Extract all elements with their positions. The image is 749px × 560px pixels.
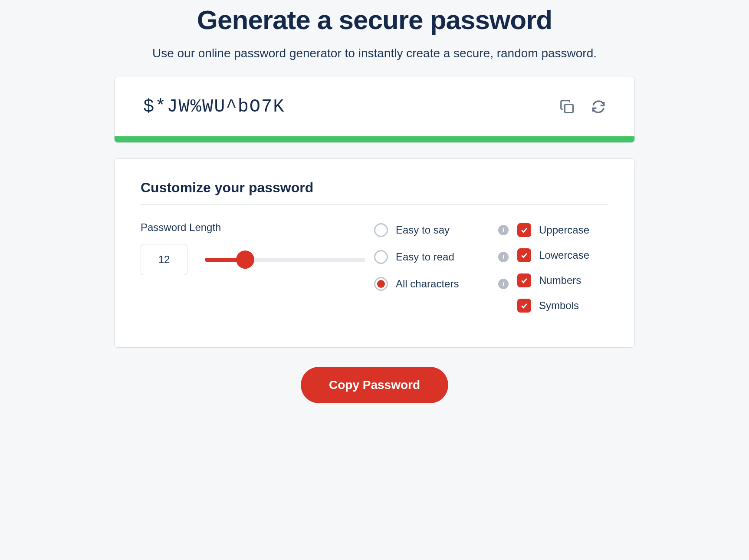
regenerate-button[interactable] <box>588 97 608 117</box>
info-icon[interactable]: i <box>498 252 509 262</box>
option-label: All characters <box>396 278 459 290</box>
radio-icon[interactable] <box>374 277 388 291</box>
mode-options: Easy to say i Easy to read i All charact… <box>374 221 509 291</box>
mode-easy-to-read[interactable]: Easy to read i <box>374 250 509 264</box>
mode-easy-to-say[interactable]: Easy to say i <box>374 223 509 237</box>
charset-uppercase[interactable]: Uppercase <box>517 223 608 237</box>
option-label: Symbols <box>539 300 579 312</box>
mode-all-characters[interactable]: All characters i <box>374 277 509 291</box>
page-title: Generate a secure password <box>114 4 635 35</box>
charset-options: Uppercase Lowercase Numbers <box>517 221 608 313</box>
charset-symbols[interactable]: Symbols <box>517 299 608 313</box>
checkbox-icon[interactable] <box>517 223 531 237</box>
checkbox-icon[interactable] <box>517 248 531 262</box>
charset-numbers[interactable]: Numbers <box>517 273 608 287</box>
length-input[interactable] <box>141 244 187 275</box>
copy-password-button[interactable]: Copy Password <box>301 367 448 403</box>
info-icon[interactable]: i <box>498 225 509 235</box>
generated-password: $*JW%WU^bO7K <box>143 96 547 117</box>
radio-icon[interactable] <box>374 250 388 264</box>
option-label: Numbers <box>539 274 581 287</box>
option-label: Easy to read <box>396 251 454 263</box>
svg-rect-0 <box>565 104 573 112</box>
length-slider[interactable] <box>205 251 365 268</box>
slider-thumb[interactable] <box>236 250 254 269</box>
customize-title: Customize your password <box>141 180 608 205</box>
refresh-icon <box>590 99 607 115</box>
length-label: Password Length <box>141 221 365 234</box>
option-label: Uppercase <box>539 224 589 236</box>
copy-icon-button[interactable] <box>557 97 577 117</box>
checkbox-icon[interactable] <box>517 299 531 313</box>
option-label: Lowercase <box>539 249 589 261</box>
info-icon[interactable]: i <box>498 279 509 289</box>
radio-icon[interactable] <box>374 223 388 237</box>
copy-icon <box>559 99 575 115</box>
length-column: Password Length <box>141 221 365 275</box>
page-subtitle: Use our online password generator to ins… <box>114 46 635 60</box>
customize-card: Customize your password Password Length <box>114 158 635 348</box>
strength-bar <box>115 136 634 142</box>
option-label: Easy to say <box>396 224 450 236</box>
password-card: $*JW%WU^bO7K <box>114 77 635 143</box>
charset-lowercase[interactable]: Lowercase <box>517 248 608 262</box>
checkbox-icon[interactable] <box>517 273 531 287</box>
